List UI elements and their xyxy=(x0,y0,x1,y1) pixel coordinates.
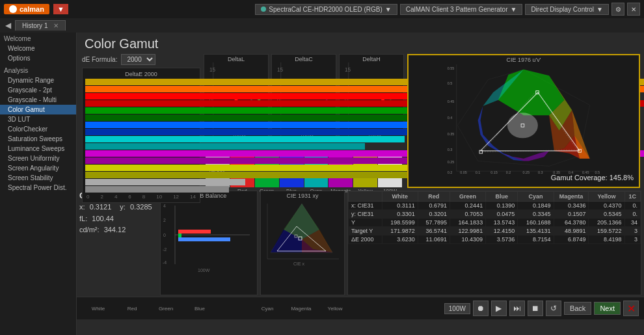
sidebar-item-3dlut[interactable]: 3D LUT xyxy=(0,114,76,124)
table-cell: 3 xyxy=(624,227,640,235)
table-cell: 0.0475 xyxy=(486,210,518,219)
sidebar-item-color-gamut[interactable]: Color Gamut xyxy=(0,105,76,114)
data-table: White Red Green Blue Cyan Magenta Yellow… xyxy=(347,191,641,295)
sidebar-item-grayscale-multi[interactable]: Grayscale - Multi xyxy=(0,95,76,105)
table-cell: 48.9891 xyxy=(554,227,589,235)
table-cell: 0. xyxy=(624,202,640,210)
table-cell: 0.1507 xyxy=(554,210,589,219)
table-cell: 3 xyxy=(624,235,640,244)
svg-text:0.25: 0.25 xyxy=(448,160,455,164)
table-cell: 164.1833 xyxy=(449,219,485,227)
sidebar-item-options[interactable]: Options xyxy=(0,53,76,63)
svg-text:15: 15 xyxy=(345,67,351,73)
table-cell: 0.5345 xyxy=(589,210,624,219)
toolbar-swatch-item: White xyxy=(82,305,114,312)
history-tab-item[interactable]: History 1 ✕ xyxy=(15,20,66,31)
cd-reading: cd/m²: 344.12 xyxy=(79,224,157,236)
bar-row xyxy=(85,165,197,171)
device-direct-display[interactable]: Direct Display Control ▼ xyxy=(525,4,609,15)
sidebar-item-dynamic-range[interactable]: Dynamic Range xyxy=(0,75,76,85)
x-reading: x: 0.3121 y: 0.3285 xyxy=(79,202,157,213)
back-button[interactable]: Back xyxy=(564,302,591,315)
bar-row xyxy=(85,100,197,107)
col-1c: 1C xyxy=(624,192,640,202)
toolbar-right: 100W ⏺ ▶ ⏭ ⏹ ↺ Back Next ✕ xyxy=(444,301,639,316)
app-logo: calman xyxy=(4,4,49,14)
color-gamut-header: Color Gamut xyxy=(77,33,644,53)
sidebar-item-screen-stability[interactable]: Screen Stability xyxy=(0,173,76,183)
sidebar-item-luminance-sweeps[interactable]: Luminance Sweeps xyxy=(0,144,76,154)
toolbar-swatch-label: White xyxy=(92,306,105,312)
settings-icon-btn[interactable]: ⚙ xyxy=(611,3,624,16)
table-cell-label: x: CIE31 xyxy=(349,202,382,210)
svg-rect-74 xyxy=(178,237,230,241)
chevron-down-icon: ▼ xyxy=(510,6,517,13)
device-calman-client[interactable]: CalMAN Client 3 Pattern Generator ▼ xyxy=(400,4,523,15)
sidebar-section-title-analysis: Analysis xyxy=(0,64,76,75)
table-cell: 0.3301 xyxy=(382,210,418,219)
device-spectracal[interactable]: SpectraCal CE-HDR2000 OLED (RGB) ▼ xyxy=(255,4,397,15)
menu-button[interactable]: ▼ xyxy=(53,4,68,14)
table-cell: 8.7154 xyxy=(518,235,554,244)
table-cell: 3.5736 xyxy=(486,235,518,244)
bar-container xyxy=(85,86,197,92)
rgb-balance-chart: RGB Balance 4 2 0 -2 -4 100W xyxy=(160,191,258,295)
table-cell: 12.4150 xyxy=(486,227,518,235)
svg-text:15: 15 xyxy=(209,67,216,73)
skip-button[interactable]: ⏭ xyxy=(509,301,525,316)
record-button[interactable]: ⏺ xyxy=(473,301,489,316)
col-green: Green xyxy=(449,192,485,202)
history-prev-arrow[interactable]: ◀ xyxy=(3,21,14,30)
close-icon-btn[interactable]: ✕ xyxy=(627,3,640,16)
page-title: Color Gamut xyxy=(85,36,636,51)
bar-row xyxy=(85,136,197,142)
stop-button[interactable]: ⏹ xyxy=(528,301,543,316)
svg-text:CIE x: CIE x xyxy=(293,261,305,266)
cie-1931-small-chart: CIE 1931 xy CIE xyxy=(260,191,345,295)
sidebar-item-saturation-sweeps[interactable]: Saturation Sweeps xyxy=(0,134,76,144)
next-button[interactable]: Next xyxy=(594,302,621,315)
play-button[interactable]: ▶ xyxy=(491,301,507,316)
table-cell-label: ΔE 2000 xyxy=(349,235,382,244)
svg-text:15: 15 xyxy=(277,67,284,73)
close-button[interactable]: ✕ xyxy=(623,301,639,316)
bar-row xyxy=(85,122,197,128)
table-row: ΔE 20003.623011.069110.43093.57368.71546… xyxy=(349,235,641,244)
sidebar-item-grayscale-2pt[interactable]: Grayscale - 2pt xyxy=(0,85,76,95)
bar-row xyxy=(85,79,197,85)
device-selector: SpectraCal CE-HDR2000 OLED (RGB) ▼ CalMA… xyxy=(255,3,640,16)
table-row: Y198.559957.7895164.183313.5743160.16886… xyxy=(349,219,641,227)
svg-point-37 xyxy=(507,113,538,138)
formula-select[interactable]: 2000 xyxy=(121,54,155,65)
bar-row xyxy=(85,150,197,157)
refresh-button[interactable]: ↺ xyxy=(546,301,561,316)
bar-row xyxy=(85,86,197,92)
tab-close-icon[interactable]: ✕ xyxy=(53,22,59,29)
bottom-section: Current Reading x: 0.3121 y: 0.3285 fL: … xyxy=(77,189,644,297)
table-cell: 0. xyxy=(624,210,640,219)
table-cell: 171.9872 xyxy=(382,227,418,235)
cie-1976-svg: 0.55 0.5 0.45 0.4 0.35 0.3 0.25 0.2 0.05… xyxy=(410,64,637,176)
delta-c-title: DeltaC xyxy=(295,56,313,62)
bar-chart-rows xyxy=(85,79,197,193)
bar-row xyxy=(85,107,197,114)
sidebar-item-screen-uniformity[interactable]: Screen Uniformity xyxy=(0,154,76,163)
sidebar-item-welcome[interactable]: Welcome xyxy=(0,44,76,53)
toolbar-swatch-item: Yellow xyxy=(319,305,351,312)
toolbar-swatch-item: Green xyxy=(150,305,182,312)
sidebar-item-screen-angularity[interactable]: Screen Angularity xyxy=(0,163,76,173)
toolbar-swatch-label: Cyan xyxy=(262,306,274,312)
col-magenta: Magenta xyxy=(554,192,589,202)
sidebar-item-colorchecker[interactable]: ColorChecker xyxy=(0,124,76,134)
svg-text:0.5: 0.5 xyxy=(448,81,453,85)
sidebar-item-spectral-power[interactable]: Spectral Power Dist. xyxy=(0,183,76,193)
col-yellow: Yellow xyxy=(589,192,624,202)
content-area: Color Gamut dE Formula: 2000 DeltaE 2000… xyxy=(77,33,644,335)
sidebar: Welcome Welcome Options Analysis Dynamic… xyxy=(0,33,77,335)
bar-row xyxy=(85,129,197,135)
cie-1976-title: CIE 1976 u'v' xyxy=(409,55,639,64)
toolbar-swatch-label: Blue xyxy=(195,306,205,312)
table-cell: 57.7895 xyxy=(418,219,449,227)
col-white: White xyxy=(382,192,418,202)
bar-row xyxy=(85,143,197,150)
